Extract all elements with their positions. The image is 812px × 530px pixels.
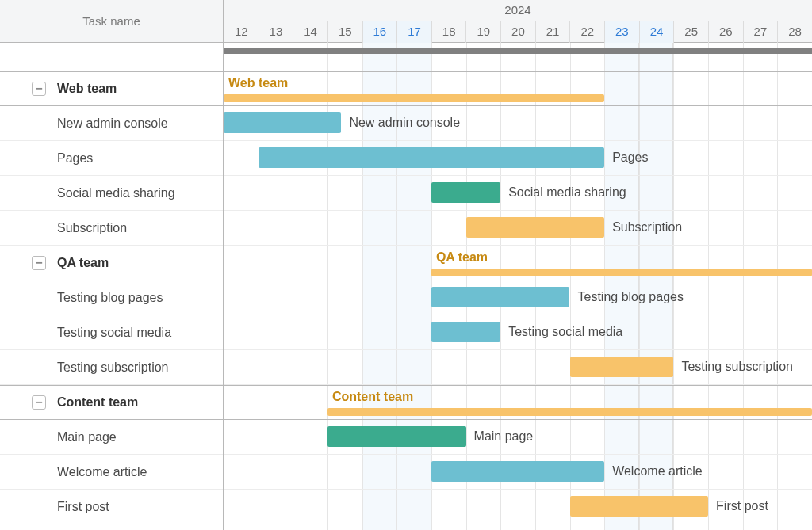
day-header-12[interactable]: 12 bbox=[224, 21, 259, 43]
task-bar-label: Testing social media bbox=[508, 322, 622, 342]
timeline-header: 2024 1213141516171819202122232425262728 bbox=[224, 0, 812, 42]
day-header-22[interactable]: 22 bbox=[569, 21, 604, 43]
day-header-15[interactable]: 15 bbox=[327, 21, 362, 43]
task-row-1-1[interactable]: Testing social media bbox=[0, 315, 223, 350]
timeline-group-row-0: Web team bbox=[224, 71, 812, 106]
task-label: Main page bbox=[57, 430, 117, 444]
task-list: −Web teamNew admin consolePagesSocial me… bbox=[0, 43, 224, 530]
timeline-task-row-1-2: Testing subscription bbox=[224, 350, 812, 385]
day-header-25[interactable]: 25 bbox=[673, 21, 708, 43]
task-bar[interactable] bbox=[466, 217, 605, 238]
spacer-row[interactable] bbox=[0, 43, 223, 71]
task-row-2-0[interactable]: Main page bbox=[0, 420, 223, 455]
task-bar[interactable] bbox=[224, 112, 341, 133]
task-label: Pages bbox=[57, 151, 93, 165]
task-label: Testing blog pages bbox=[57, 291, 163, 304]
timeline-task-row-2-1: Welcome article bbox=[224, 455, 812, 490]
task-bar-label: Main page bbox=[474, 426, 534, 447]
task-bar[interactable] bbox=[327, 426, 466, 447]
task-bar-label: New admin console bbox=[349, 112, 460, 133]
project-band bbox=[224, 48, 812, 54]
collapse-icon[interactable]: − bbox=[32, 82, 46, 96]
group-row-1[interactable]: −QA team bbox=[0, 246, 223, 280]
group-bar-label: Content team bbox=[332, 388, 413, 406]
timeline-task-row-0-2: Social media sharing bbox=[224, 176, 812, 211]
group-row-2[interactable]: −Content team bbox=[0, 385, 223, 420]
task-row-0-3[interactable]: Subscription bbox=[0, 211, 223, 246]
group-label: QA team bbox=[57, 246, 109, 280]
task-label: Subscription bbox=[57, 221, 127, 234]
task-bar-label: First post bbox=[716, 496, 768, 517]
task-row-2-2[interactable]: First post bbox=[0, 490, 223, 524]
group-label: Web team bbox=[57, 71, 117, 106]
day-header-13[interactable]: 13 bbox=[259, 21, 293, 43]
day-header-17[interactable]: 17 bbox=[396, 21, 431, 43]
day-header-18[interactable]: 18 bbox=[431, 21, 466, 43]
timeline-task-row-0-0: New admin console bbox=[224, 106, 812, 141]
timeline-task-row-1-0: Testing blog pages bbox=[224, 280, 812, 315]
timeline-task-row-2-2: First post bbox=[224, 490, 812, 524]
group-bar[interactable] bbox=[327, 408, 812, 416]
task-bar[interactable] bbox=[431, 287, 570, 307]
task-label: Social media sharing bbox=[57, 186, 175, 200]
day-header-20[interactable]: 20 bbox=[500, 21, 535, 43]
timeline-group-row-2: Content team bbox=[224, 385, 812, 420]
task-bar-label: Testing blog pages bbox=[578, 287, 684, 307]
task-bar[interactable] bbox=[431, 182, 500, 203]
day-header-21[interactable]: 21 bbox=[535, 21, 570, 43]
task-label: Testing social media bbox=[57, 326, 171, 339]
timeline-group-row-1: QA team bbox=[224, 246, 812, 280]
task-bar[interactable] bbox=[259, 147, 605, 168]
collapse-icon[interactable]: − bbox=[32, 256, 46, 270]
task-row-0-2[interactable]: Social media sharing bbox=[0, 176, 223, 211]
task-label: New admin console bbox=[57, 116, 168, 130]
day-header-16[interactable]: 16 bbox=[362, 21, 397, 43]
taskname-header-label: Task name bbox=[82, 14, 140, 28]
task-bar-label: Welcome article bbox=[612, 461, 703, 482]
task-bar[interactable] bbox=[570, 496, 709, 517]
task-bar[interactable] bbox=[570, 357, 674, 377]
group-row-0[interactable]: −Web team bbox=[0, 71, 223, 106]
day-header-14[interactable]: 14 bbox=[293, 21, 327, 43]
group-bar-label: Web team bbox=[228, 74, 288, 92]
day-header-26[interactable]: 26 bbox=[708, 21, 743, 43]
day-header-28[interactable]: 28 bbox=[777, 21, 812, 43]
timeline-task-row-2-0: Main page bbox=[224, 420, 812, 455]
day-header-19[interactable]: 19 bbox=[465, 21, 500, 43]
group-label: Content team bbox=[57, 385, 138, 420]
task-bar-label: Social media sharing bbox=[508, 182, 626, 203]
task-row-1-0[interactable]: Testing blog pages bbox=[0, 280, 223, 315]
task-bar-label: Pages bbox=[612, 147, 648, 168]
task-row-1-2[interactable]: Testing subscription bbox=[0, 350, 223, 385]
collapse-icon[interactable]: − bbox=[32, 395, 46, 410]
day-header-27[interactable]: 27 bbox=[743, 21, 778, 43]
task-label: First post bbox=[57, 500, 109, 513]
project-band-row bbox=[224, 43, 812, 71]
day-header-23[interactable]: 23 bbox=[604, 21, 639, 43]
timeline-task-row-1-1: Testing social media bbox=[224, 315, 812, 350]
day-header-24[interactable]: 24 bbox=[639, 21, 674, 43]
task-bar-label: Subscription bbox=[612, 217, 682, 238]
task-row-0-0[interactable]: New admin console bbox=[0, 106, 223, 141]
group-bar-label: QA team bbox=[436, 249, 488, 266]
timeline-task-row-0-1: Pages bbox=[224, 141, 812, 176]
timeline[interactable]: Web teamNew admin consolePagesSocial med… bbox=[224, 43, 812, 530]
task-bar[interactable] bbox=[431, 461, 604, 482]
gantt-header: Task name 2024 1213141516171819202122232… bbox=[0, 0, 812, 43]
year-label: 2024 bbox=[224, 3, 812, 17]
task-label: Welcome article bbox=[57, 465, 147, 479]
gantt-body: −Web teamNew admin consolePagesSocial me… bbox=[0, 43, 812, 530]
task-row-2-1[interactable]: Welcome article bbox=[0, 455, 223, 490]
task-row-0-1[interactable]: Pages bbox=[0, 141, 223, 176]
day-row: 1213141516171819202122232425262728 bbox=[224, 21, 812, 43]
column-header-taskname: Task name bbox=[0, 0, 224, 42]
task-bar[interactable] bbox=[431, 322, 500, 342]
task-label: Testing subscription bbox=[57, 360, 169, 374]
group-bar[interactable] bbox=[431, 269, 812, 276]
gantt-chart: Task name 2024 1213141516171819202122232… bbox=[0, 0, 812, 530]
group-bar[interactable] bbox=[224, 94, 604, 102]
timeline-task-row-0-3: Subscription bbox=[224, 211, 812, 246]
task-bar-label: Testing subscription bbox=[681, 357, 793, 377]
